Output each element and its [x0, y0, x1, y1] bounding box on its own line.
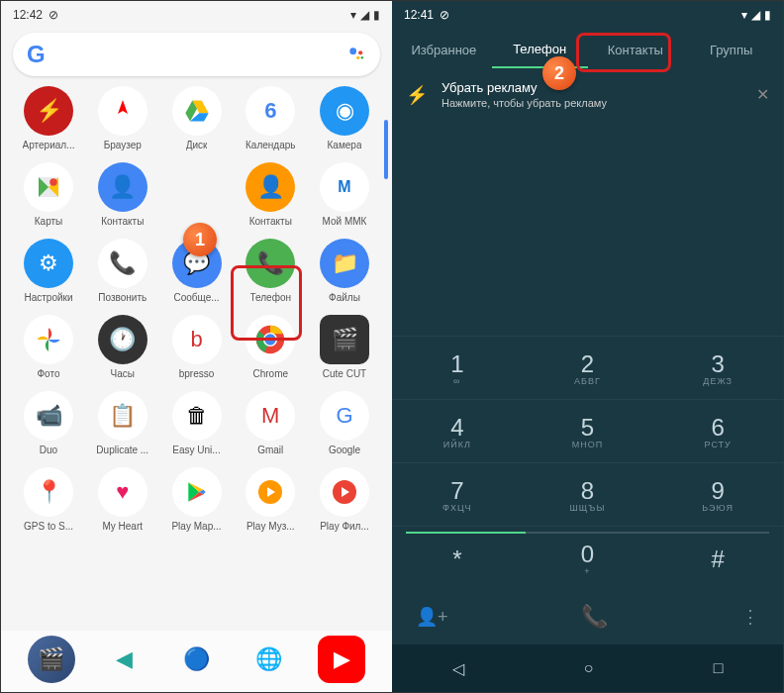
dial-key-7[interactable]: 7ФХЦЧ	[392, 462, 523, 526]
dial-accent	[406, 532, 769, 534]
app-files[interactable]: 📁Файлы	[311, 239, 378, 303]
phone-tabs: Избранное Телефон Контакты Группы	[392, 29, 783, 70]
app-duo[interactable]: 📹Duo	[15, 391, 82, 455]
dial-key-3[interactable]: 3ДЕЖЗ	[652, 336, 783, 399]
app-play-movies[interactable]: Play Фил...	[311, 467, 378, 532]
dial-key-0[interactable]: 0+	[523, 526, 653, 589]
google-search-bar[interactable]: G	[13, 33, 380, 76]
app-mmk[interactable]: MМой ММК	[311, 162, 378, 227]
svg-point-1	[358, 50, 362, 54]
app-play-market[interactable]: Play Мар...	[163, 467, 231, 532]
app-gps[interactable]: 📍GPS to S...	[15, 467, 82, 532]
app-photos[interactable]: Фото	[15, 315, 82, 379]
svg-point-2	[356, 56, 359, 59]
app-duplicate[interactable]: 📋Duplicate ...	[89, 391, 156, 455]
dial-key-5[interactable]: 5МНОП	[523, 399, 653, 462]
app-settings[interactable]: ⚙Настройки	[15, 239, 82, 303]
dial-key-8[interactable]: 8ШЩЪЫ	[523, 462, 653, 526]
play-movies-icon	[320, 467, 369, 517]
ad-banner[interactable]: ⚡ Убрать рекламу Нажмите, чтобы убрать р…	[392, 70, 783, 119]
app-disk[interactable]: Диск	[163, 86, 231, 150]
maps-icon	[24, 162, 73, 212]
scroll-indicator[interactable]	[384, 120, 388, 179]
dnd-icon: ⊘	[49, 8, 58, 22]
call-button[interactable]: 📞	[581, 604, 608, 630]
dock-app-1[interactable]: 🎬	[28, 636, 75, 683]
app-camera[interactable]: ◉Камера	[311, 86, 378, 150]
nav-home[interactable]: ○	[584, 659, 594, 677]
app-heart[interactable]: ♥My Heart	[89, 467, 156, 532]
tab-contacts[interactable]: Контакты	[588, 33, 684, 67]
nav-bar: ◁ ○ □	[392, 644, 783, 692]
close-icon[interactable]: ✕	[756, 85, 769, 104]
battery-icon: ▮	[764, 8, 771, 22]
assistant-icon[interactable]	[346, 45, 366, 64]
dnd-icon: ⊘	[440, 8, 449, 22]
svg-point-3	[361, 56, 364, 59]
heart-icon: ♥	[98, 467, 147, 517]
dial-key-star[interactable]: *	[392, 526, 523, 589]
tab-phone[interactable]: Телефон	[492, 32, 588, 68]
status-time: 12:41	[404, 8, 434, 22]
tab-groups[interactable]: Группы	[683, 33, 779, 67]
camera-icon: ◉	[320, 86, 369, 136]
app-google[interactable]: GGoogle	[311, 391, 378, 455]
app-clock[interactable]: 🕐Часы	[89, 315, 156, 379]
app-uninstall[interactable]: 🗑Easy Uni...	[163, 391, 231, 455]
dock-app-5[interactable]: ▶	[318, 636, 365, 683]
dial-key-6[interactable]: 6РСТУ	[652, 399, 783, 462]
app-play-music[interactable]: Play Муз...	[237, 467, 304, 532]
arterial-icon: ⚡	[24, 86, 73, 136]
bolt-icon: ⚡	[406, 84, 428, 106]
dock-app-2[interactable]: ◀	[100, 636, 147, 683]
dock-app-4[interactable]: 🌐	[245, 636, 293, 683]
dock-app-3[interactable]: 🔵	[172, 636, 220, 683]
app-chrome[interactable]: Chrome	[237, 315, 304, 379]
app-call[interactable]: 📞Позвонить	[89, 239, 156, 303]
app-gmail[interactable]: MGmail	[237, 391, 304, 455]
more-icon[interactable]: ⋮	[741, 606, 759, 628]
contacts-icon: 👤	[98, 162, 147, 212]
app-cutecut[interactable]: 🎬Cute CUT	[311, 315, 378, 379]
contacts2-icon: 👤	[245, 162, 295, 212]
dialer-screen: 12:41 ⊘ ▾ ◢ ▮ Избранное Телефон Контакты…	[392, 1, 783, 692]
app-grid: ⚡Артериал... Браузер Диск 6Календарь ◉Ка…	[1, 86, 392, 532]
play-market-icon	[172, 467, 222, 517]
app-contacts2[interactable]: 👤Контакты	[237, 162, 304, 227]
photos-icon	[24, 315, 73, 364]
google-logo-icon: G	[27, 41, 46, 68]
app-browser[interactable]: Браузер	[89, 86, 156, 150]
dial-key-9[interactable]: 9ЬЭЮЯ	[652, 462, 783, 526]
app-phone[interactable]: 📞Телефон	[237, 239, 304, 303]
svg-point-7	[265, 334, 276, 345]
status-bar: 12:42 ⊘ ▾ ◢ ▮	[1, 1, 392, 29]
add-contact-icon[interactable]: 👤+	[416, 606, 448, 628]
clock-icon: 🕐	[98, 315, 147, 364]
cutecut-icon: 🎬	[320, 315, 369, 364]
drive-icon	[172, 86, 222, 136]
call-bar: 👤+ 📞 ⋮	[392, 589, 783, 644]
files-icon: 📁	[320, 239, 369, 288]
signal-icon: ◢	[360, 8, 369, 22]
app-contacts[interactable]: 👤Контакты	[89, 162, 156, 227]
app-bpresso[interactable]: bbpresso	[163, 315, 231, 379]
gps-icon: 📍	[24, 467, 73, 517]
app-maps[interactable]: Карты	[15, 162, 82, 227]
dock: 🎬 ◀ 🔵 🌐 ▶	[1, 631, 392, 692]
nav-back[interactable]: ◁	[452, 659, 464, 678]
nav-recent[interactable]: □	[714, 659, 724, 677]
step-badge-1: 1	[183, 223, 217, 256]
wifi-icon: ▾	[350, 8, 356, 22]
dial-key-hash[interactable]: #	[652, 526, 783, 589]
svg-point-4	[49, 178, 57, 186]
call-icon: 📞	[98, 239, 147, 288]
svg-point-0	[349, 48, 356, 54]
dial-key-2[interactable]: 2АБВГ	[523, 336, 653, 399]
browser-icon	[98, 86, 147, 136]
app-calendar[interactable]: 6Календарь	[237, 86, 304, 150]
battery-icon: ▮	[373, 8, 380, 22]
dial-key-4[interactable]: 4ИЙКЛ	[392, 399, 523, 462]
app-arterial[interactable]: ⚡Артериал...	[15, 86, 82, 150]
tab-favorites[interactable]: Избранное	[396, 33, 492, 67]
dial-key-1[interactable]: 1∞	[392, 336, 523, 399]
